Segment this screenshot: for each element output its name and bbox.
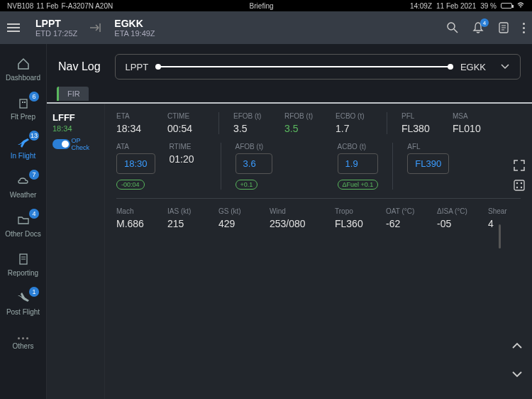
- sidebar-item-dashboard[interactable]: Dashboard: [0, 50, 46, 89]
- expand-icon[interactable]: [513, 159, 526, 172]
- svg-rect-12: [514, 180, 524, 190]
- arr-eta: ETA 19:49Z: [114, 29, 155, 38]
- acbo-input[interactable]: 1.9: [338, 153, 379, 174]
- sidebar-item-label: Dashboard: [6, 74, 40, 82]
- sidebar-item-label: Weather: [10, 191, 37, 199]
- report-icon: [16, 252, 31, 266]
- afob-delta: +0.1: [235, 180, 258, 190]
- date-short: 11 Feb: [36, 2, 58, 10]
- field-msa: MSA FL010: [453, 112, 489, 134]
- document-icon[interactable]: [497, 21, 510, 34]
- sidebar-item-postflight[interactable]: 1 Post Flight: [0, 284, 46, 323]
- home-icon: [16, 57, 31, 71]
- bell-badge: 4: [480, 18, 489, 27]
- battery-icon: [501, 3, 512, 9]
- toggle-switch[interactable]: [52, 139, 70, 149]
- ata-input[interactable]: 18:30: [116, 153, 155, 174]
- app-header: LPPT ETD 17:25Z EGKK ETA 19:49Z 4: [0, 11, 532, 44]
- plane-takeoff-icon: [16, 135, 31, 149]
- waypoint-name[interactable]: LFFF: [52, 112, 99, 123]
- svg-point-14: [521, 182, 522, 184]
- dice-icon[interactable]: [513, 179, 526, 192]
- sidebar: Dashboard 6 Flt Prep 13 In Flight 7 Weat…: [0, 44, 47, 399]
- field-acbo: ACBO (t) 1.9 ΔFuel +0.1: [338, 143, 379, 190]
- field-rfob: RFOB (t) 3.5: [284, 112, 321, 134]
- next-waypoint-button[interactable]: [506, 364, 528, 385]
- afl-input[interactable]: FL390: [407, 153, 449, 174]
- field-shear: Shear 4: [488, 207, 525, 229]
- field-rtime: RTIME 01:20: [170, 143, 206, 165]
- field-wind: Wind 253/080: [270, 207, 306, 229]
- sidebar-badge: 6: [29, 92, 39, 102]
- acbo-delta: ΔFuel +0.1: [338, 180, 379, 190]
- field-efob: EFOB (t) 3.5: [233, 112, 270, 134]
- search-icon[interactable]: [446, 21, 459, 34]
- departure-airport[interactable]: LPPT ETD 17:25Z: [35, 18, 77, 38]
- sidebar-item-label: Others: [12, 342, 33, 350]
- route-to: EGKK: [460, 62, 486, 72]
- battery-pct: 39 %: [480, 2, 497, 10]
- wifi-icon: [516, 2, 525, 9]
- field-afl: AFL FL390: [407, 143, 449, 174]
- field-ctime: CTIME 00:54: [167, 112, 204, 134]
- svg-rect-8: [24, 102, 26, 103]
- sidebar-badge: 7: [29, 170, 39, 180]
- scrollbar[interactable]: [499, 224, 501, 248]
- building-icon: [16, 96, 31, 110]
- dep-code: LPPT: [35, 18, 77, 29]
- hamburger-menu-icon[interactable]: [7, 23, 24, 32]
- svg-line-1: [454, 29, 458, 33]
- bell-icon[interactable]: 4: [472, 21, 484, 34]
- sidebar-item-inflight[interactable]: 13 In Flight: [0, 128, 46, 167]
- field-gs: GS (kt) 429: [218, 207, 255, 229]
- data-panel: ETA 18:34 CTIME 00:54 EFOB (t) 3.5 RFOB …: [105, 104, 532, 399]
- date-full: 11 Feb 2021: [436, 2, 476, 10]
- field-ata: ATA 18:30 -00:04: [116, 143, 155, 190]
- svg-rect-6: [20, 99, 27, 108]
- status-title: Briefing: [113, 2, 410, 10]
- ellipsis-icon: [18, 337, 28, 339]
- route-progress-line: [155, 66, 453, 67]
- opcheck-toggle-label: OP Check: [72, 137, 99, 151]
- sidebar-item-reporting[interactable]: Reporting: [0, 245, 46, 284]
- navlog-header: Nav Log LPPT EGKK: [47, 44, 532, 87]
- sidebar-item-label: Flt Prep: [11, 113, 35, 121]
- plane-landing-icon: [16, 291, 31, 305]
- field-eta: ETA 18:34: [116, 112, 153, 134]
- svg-rect-7: [22, 102, 23, 103]
- route-selector[interactable]: LPPT EGKK: [115, 54, 521, 80]
- field-disa: ΔISA (°C) -05: [437, 207, 474, 229]
- field-ias: IAS (kt) 215: [167, 207, 204, 229]
- prev-waypoint-button[interactable]: [506, 335, 528, 356]
- afob-input[interactable]: 3.6: [235, 153, 272, 174]
- waypoint-column: LFFF 18:34 OP Check: [47, 104, 105, 399]
- field-afob: AFOB (t) 3.6 +0.1: [235, 143, 272, 190]
- sidebar-item-otherdocs[interactable]: 4 Other Docs: [0, 206, 46, 245]
- field-oat: OAT (°C) -62: [386, 207, 423, 229]
- ata-delta: -00:04: [116, 180, 145, 190]
- svg-point-15: [516, 187, 518, 188]
- arr-code: EGKK: [114, 18, 155, 29]
- sidebar-item-label: In Flight: [11, 152, 36, 160]
- arrival-airport[interactable]: EGKK ETA 19:49Z: [114, 18, 155, 38]
- flight-id: NVB108: [7, 2, 33, 10]
- sidebar-item-label: Other Docs: [5, 230, 41, 238]
- sidebar-badge: 13: [29, 131, 39, 141]
- opcheck-toggle-row[interactable]: OP Check: [52, 137, 99, 151]
- dep-etd: ETD 17:25Z: [35, 29, 77, 38]
- more-menu-icon[interactable]: [523, 23, 525, 33]
- chevron-down-icon[interactable]: [500, 63, 510, 70]
- folder-icon: [16, 213, 31, 227]
- sidebar-item-weather[interactable]: 7 Weather: [0, 167, 46, 206]
- waypoint-time: 18:34: [52, 124, 99, 133]
- aircraft-reg: F-A3207N A20N: [61, 2, 113, 10]
- sidebar-badge: 1: [29, 287, 39, 297]
- sidebar-item-others[interactable]: Others: [0, 323, 46, 357]
- field-pfl: PFL FL380: [401, 112, 438, 134]
- svg-point-13: [516, 182, 518, 184]
- svg-point-0: [448, 23, 455, 30]
- sidebar-item-fltprep[interactable]: 6 Flt Prep: [0, 89, 46, 128]
- cloud-icon: [16, 174, 31, 188]
- fir-tab[interactable]: FIR: [57, 87, 89, 101]
- status-bar: NVB108 11 Feb F-A3207N A20N Briefing 14:…: [0, 0, 532, 11]
